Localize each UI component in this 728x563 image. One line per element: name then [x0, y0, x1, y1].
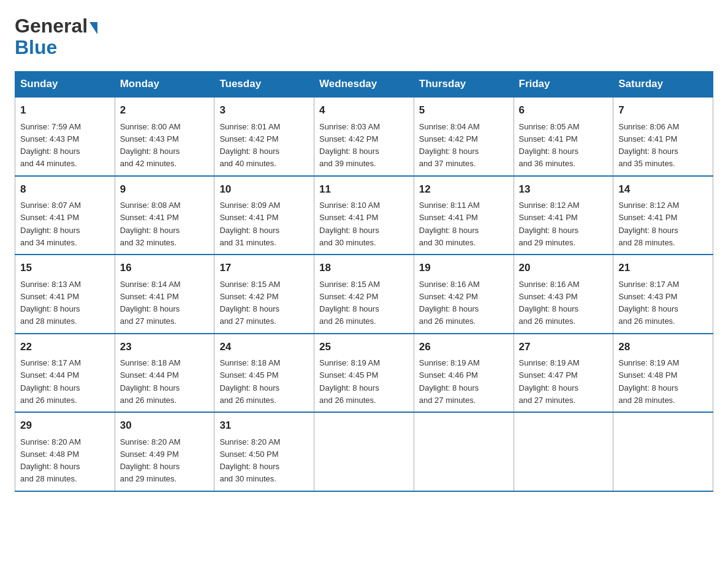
day-info: Sunrise: 8:09 AMSunset: 4:41 PMDaylight:…: [219, 201, 280, 247]
day-number: 13: [519, 182, 609, 197]
day-info: Sunrise: 8:04 AMSunset: 4:42 PMDaylight:…: [419, 122, 480, 169]
calendar-day-cell: 13Sunrise: 8:12 AMSunset: 4:41 PMDayligh…: [514, 176, 613, 255]
calendar-week-row: 8Sunrise: 8:07 AMSunset: 4:41 PMDaylight…: [15, 176, 713, 255]
day-number: 27: [519, 339, 609, 355]
day-number: 3: [219, 102, 309, 118]
day-info: Sunrise: 8:16 AMSunset: 4:42 PMDaylight:…: [419, 280, 480, 326]
calendar-day-cell: [613, 412, 713, 491]
calendar-day-header: Wednesday: [314, 72, 414, 98]
calendar-day-cell: 19Sunrise: 8:16 AMSunset: 4:42 PMDayligh…: [414, 255, 514, 334]
calendar-day-cell: 6Sunrise: 8:05 AMSunset: 4:41 PMDaylight…: [514, 97, 613, 176]
calendar-day-cell: 14Sunrise: 8:12 AMSunset: 4:41 PMDayligh…: [613, 176, 713, 255]
calendar-table: SundayMondayTuesdayWednesdayThursdayFrid…: [15, 71, 713, 492]
day-number: 30: [120, 418, 210, 434]
day-number: 7: [618, 102, 708, 118]
day-info: Sunrise: 8:00 AMSunset: 4:43 PMDaylight:…: [120, 122, 181, 169]
calendar-day-cell: 31Sunrise: 8:20 AMSunset: 4:50 PMDayligh…: [214, 412, 314, 491]
day-number: 26: [419, 339, 509, 355]
calendar-day-cell: 12Sunrise: 8:11 AMSunset: 4:41 PMDayligh…: [414, 176, 514, 255]
calendar-day-header: Thursday: [414, 72, 514, 98]
day-info: Sunrise: 8:06 AMSunset: 4:41 PMDaylight:…: [618, 122, 679, 169]
calendar-day-header: Tuesday: [214, 72, 314, 98]
day-number: 1: [20, 102, 110, 118]
calendar-day-cell: 15Sunrise: 8:13 AMSunset: 4:41 PMDayligh…: [15, 255, 115, 334]
calendar-day-cell: 17Sunrise: 8:15 AMSunset: 4:42 PMDayligh…: [214, 255, 314, 334]
day-number: 9: [120, 182, 210, 197]
day-info: Sunrise: 8:19 AMSunset: 4:46 PMDaylight:…: [419, 358, 480, 405]
day-number: 5: [419, 102, 509, 118]
day-info: Sunrise: 8:07 AMSunset: 4:41 PMDaylight:…: [20, 201, 81, 247]
calendar-day-cell: 29Sunrise: 8:20 AMSunset: 4:48 PMDayligh…: [15, 412, 115, 491]
day-number: 24: [219, 339, 309, 355]
logo-blue-text: Blue: [15, 36, 57, 59]
calendar-day-header: Friday: [514, 72, 613, 98]
day-info: Sunrise: 8:05 AMSunset: 4:41 PMDaylight:…: [519, 122, 580, 169]
day-info: Sunrise: 8:18 AMSunset: 4:44 PMDaylight:…: [120, 358, 181, 405]
calendar-day-cell: 4Sunrise: 8:03 AMSunset: 4:42 PMDaylight…: [314, 97, 414, 176]
logo: General Blue: [15, 15, 97, 59]
calendar-day-cell: 26Sunrise: 8:19 AMSunset: 4:46 PMDayligh…: [414, 334, 514, 413]
calendar-day-cell: 22Sunrise: 8:17 AMSunset: 4:44 PMDayligh…: [15, 334, 115, 413]
calendar-day-cell: 27Sunrise: 8:19 AMSunset: 4:47 PMDayligh…: [514, 334, 613, 413]
calendar-day-cell: 21Sunrise: 8:17 AMSunset: 4:43 PMDayligh…: [613, 255, 713, 334]
calendar-day-header: Monday: [115, 72, 214, 98]
day-info: Sunrise: 7:59 AMSunset: 4:43 PMDaylight:…: [20, 122, 81, 169]
day-info: Sunrise: 8:19 AMSunset: 4:47 PMDaylight:…: [519, 358, 580, 405]
day-number: 25: [319, 339, 409, 355]
day-number: 2: [120, 102, 210, 118]
day-number: 21: [618, 260, 708, 276]
day-info: Sunrise: 8:19 AMSunset: 4:45 PMDaylight:…: [319, 358, 380, 405]
calendar-day-cell: 16Sunrise: 8:14 AMSunset: 4:41 PMDayligh…: [115, 255, 214, 334]
calendar-day-cell: 30Sunrise: 8:20 AMSunset: 4:49 PMDayligh…: [115, 412, 214, 491]
day-info: Sunrise: 8:17 AMSunset: 4:44 PMDaylight:…: [20, 358, 81, 405]
calendar-day-cell: [514, 412, 613, 491]
calendar-day-cell: 28Sunrise: 8:19 AMSunset: 4:48 PMDayligh…: [613, 334, 713, 413]
day-number: 20: [519, 260, 609, 276]
calendar-header-row: SundayMondayTuesdayWednesdayThursdayFrid…: [15, 72, 713, 98]
day-number: 11: [319, 182, 409, 197]
day-number: 10: [219, 182, 309, 197]
day-info: Sunrise: 8:14 AMSunset: 4:41 PMDaylight:…: [120, 280, 181, 326]
day-info: Sunrise: 8:20 AMSunset: 4:48 PMDaylight:…: [20, 437, 81, 484]
day-info: Sunrise: 8:11 AMSunset: 4:41 PMDaylight:…: [419, 201, 480, 247]
calendar-week-row: 15Sunrise: 8:13 AMSunset: 4:41 PMDayligh…: [15, 255, 713, 334]
day-number: 16: [120, 260, 210, 276]
calendar-day-header: Saturday: [613, 72, 713, 98]
day-info: Sunrise: 8:10 AMSunset: 4:41 PMDaylight:…: [319, 201, 380, 247]
calendar-day-cell: 5Sunrise: 8:04 AMSunset: 4:42 PMDaylight…: [414, 97, 514, 176]
day-number: 15: [20, 260, 110, 276]
day-number: 28: [618, 339, 708, 355]
day-info: Sunrise: 8:19 AMSunset: 4:48 PMDaylight:…: [618, 358, 679, 405]
calendar-day-cell: 20Sunrise: 8:16 AMSunset: 4:43 PMDayligh…: [514, 255, 613, 334]
calendar-day-cell: 11Sunrise: 8:10 AMSunset: 4:41 PMDayligh…: [314, 176, 414, 255]
day-info: Sunrise: 8:16 AMSunset: 4:43 PMDaylight:…: [519, 280, 580, 326]
day-number: 4: [319, 102, 409, 118]
day-number: 19: [419, 260, 509, 276]
calendar-day-cell: 18Sunrise: 8:15 AMSunset: 4:42 PMDayligh…: [314, 255, 414, 334]
page-header: General Blue: [15, 15, 713, 59]
calendar-day-cell: [414, 412, 514, 491]
day-info: Sunrise: 8:18 AMSunset: 4:45 PMDaylight:…: [219, 358, 280, 405]
day-number: 17: [219, 260, 309, 276]
day-number: 8: [20, 182, 110, 197]
day-info: Sunrise: 8:12 AMSunset: 4:41 PMDaylight:…: [618, 201, 679, 247]
day-number: 23: [120, 339, 210, 355]
day-number: 6: [519, 102, 609, 118]
day-number: 22: [20, 339, 110, 355]
calendar-day-cell: 24Sunrise: 8:18 AMSunset: 4:45 PMDayligh…: [214, 334, 314, 413]
day-info: Sunrise: 8:03 AMSunset: 4:42 PMDaylight:…: [319, 122, 380, 169]
calendar-day-cell: 23Sunrise: 8:18 AMSunset: 4:44 PMDayligh…: [115, 334, 214, 413]
day-number: 18: [319, 260, 409, 276]
day-info: Sunrise: 8:17 AMSunset: 4:43 PMDaylight:…: [618, 280, 679, 326]
logo-general-text: General: [15, 15, 88, 37]
day-number: 31: [219, 418, 309, 434]
calendar-day-cell: [314, 412, 414, 491]
calendar-day-cell: 9Sunrise: 8:08 AMSunset: 4:41 PMDaylight…: [115, 176, 214, 255]
day-info: Sunrise: 8:20 AMSunset: 4:50 PMDaylight:…: [219, 437, 280, 484]
calendar-day-cell: 1Sunrise: 7:59 AMSunset: 4:43 PMDaylight…: [15, 97, 115, 176]
day-info: Sunrise: 8:20 AMSunset: 4:49 PMDaylight:…: [120, 437, 181, 484]
calendar-day-header: Sunday: [15, 72, 115, 98]
calendar-day-cell: 3Sunrise: 8:01 AMSunset: 4:42 PMDaylight…: [214, 97, 314, 176]
day-info: Sunrise: 8:15 AMSunset: 4:42 PMDaylight:…: [319, 280, 380, 326]
day-info: Sunrise: 8:15 AMSunset: 4:42 PMDaylight:…: [219, 280, 280, 326]
